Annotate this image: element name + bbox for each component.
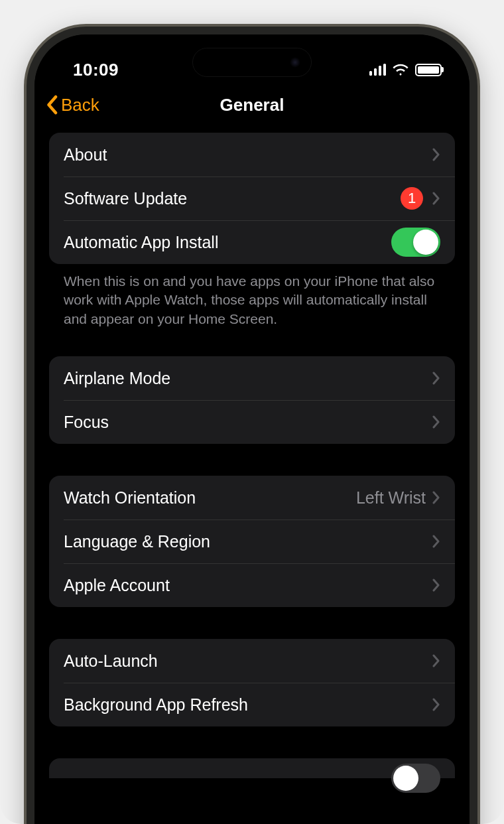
update-badge: 1 <box>401 187 423 210</box>
chevron-left-icon <box>45 95 58 115</box>
chevron-right-icon <box>432 372 440 385</box>
row-label: Airplane Mode <box>64 369 432 388</box>
row-label: Auto-Launch <box>64 652 432 671</box>
row-label: Focus <box>64 413 432 432</box>
airplane-mode-row[interactable]: Airplane Mode <box>49 356 455 400</box>
wifi-icon <box>392 63 409 76</box>
chevron-right-icon <box>432 579 440 592</box>
row-label: Apple Account <box>64 576 432 595</box>
status-time: 10:09 <box>73 60 119 80</box>
chevron-right-icon <box>432 654 440 667</box>
settings-group-1: About Software Update 1 Automatic App In… <box>49 133 455 264</box>
chevron-right-icon <box>432 415 440 429</box>
phone-frame: 10:09 Back General <box>27 27 477 824</box>
settings-group-2: Airplane Mode Focus <box>49 356 455 444</box>
software-update-row[interactable]: Software Update 1 <box>49 176 455 220</box>
automatic-app-install-toggle[interactable] <box>391 228 440 257</box>
row-value: Left Wrist <box>356 488 426 508</box>
toggle-off[interactable] <box>391 764 440 793</box>
content: About Software Update 1 Automatic App In… <box>34 125 470 824</box>
automatic-app-install-row: Automatic App Install <box>49 220 455 264</box>
dynamic-island <box>192 48 312 77</box>
chevron-right-icon <box>432 698 440 711</box>
screen: 10:09 Back General <box>34 34 470 824</box>
settings-group-3: Watch Orientation Left Wrist Language & … <box>49 476 455 607</box>
background-app-refresh-row[interactable]: Background App Refresh <box>49 683 455 726</box>
status-right <box>369 63 442 76</box>
settings-group-5-partial <box>49 758 455 778</box>
group-footer-text: When this is on and you have apps on you… <box>49 264 455 328</box>
row-label: Automatic App Install <box>64 233 391 252</box>
back-label: Back <box>61 95 99 115</box>
chevron-right-icon <box>432 148 440 161</box>
row-label: Watch Orientation <box>64 488 356 508</box>
row-label: Language & Region <box>64 532 432 551</box>
toggle-knob <box>413 230 438 255</box>
apple-account-row[interactable]: Apple Account <box>49 563 455 607</box>
auto-launch-row[interactable]: Auto-Launch <box>49 639 455 683</box>
back-button[interactable]: Back <box>45 95 99 115</box>
settings-group-4: Auto-Launch Background App Refresh <box>49 639 455 726</box>
row-label: Software Update <box>64 189 401 208</box>
focus-row[interactable]: Focus <box>49 400 455 444</box>
language-region-row[interactable]: Language & Region <box>49 519 455 563</box>
chevron-right-icon <box>432 535 440 548</box>
chevron-right-icon <box>432 192 440 205</box>
row-label: Background App Refresh <box>64 695 432 715</box>
chevron-right-icon <box>432 491 440 504</box>
battery-icon <box>415 64 442 76</box>
watch-orientation-row[interactable]: Watch Orientation Left Wrist <box>49 476 455 519</box>
page-title: General <box>220 95 284 115</box>
about-row[interactable]: About <box>49 133 455 176</box>
row-label: About <box>64 145 432 165</box>
cell-signal-icon <box>369 64 387 76</box>
nav-bar: Back General <box>34 88 470 125</box>
